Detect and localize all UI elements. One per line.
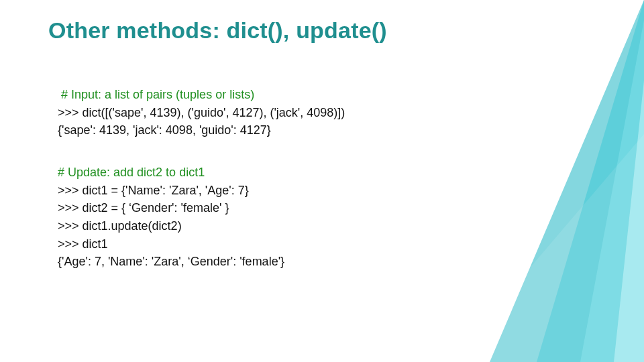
code-block-update: # Update: add dict2 to dict1 >>> dict1 =…	[58, 164, 284, 271]
code-line: >>> dict([('sape', 4139), ('guido', 4127…	[58, 104, 345, 122]
decorative-triangles	[443, 0, 644, 362]
code-line: # Input: a list of pairs (tuples or list…	[58, 86, 345, 104]
svg-marker-1	[537, 0, 644, 362]
slide: Other methods: dict(), update() # Input:…	[0, 0, 644, 362]
slide-title: Other methods: dict(), update()	[48, 17, 387, 44]
svg-marker-2	[580, 20, 644, 362]
svg-marker-3	[614, 80, 644, 362]
code-line: {'sape': 4139, 'jack': 4098, 'guido': 41…	[58, 121, 345, 139]
code-line: >>> dict1.update(dict2)	[58, 217, 284, 235]
code-block-dict: # Input: a list of pairs (tuples or list…	[58, 86, 345, 139]
svg-marker-4	[449, 134, 644, 362]
code-line: >>> dict1 = {'Name': 'Zara', 'Age': 7}	[58, 182, 284, 200]
code-line: >>> dict2 = { ‘Gender': 'female' }	[58, 199, 284, 217]
code-line: >>> dict1	[58, 235, 284, 253]
comment-line: # Input: a list of pairs (tuples or list…	[61, 88, 254, 101]
comment-line: # Update: add dict2 to dict1	[58, 164, 284, 182]
svg-marker-0	[490, 0, 644, 362]
code-line: {'Age': 7, 'Name': 'Zara', ‘Gender': 'fe…	[58, 253, 284, 271]
